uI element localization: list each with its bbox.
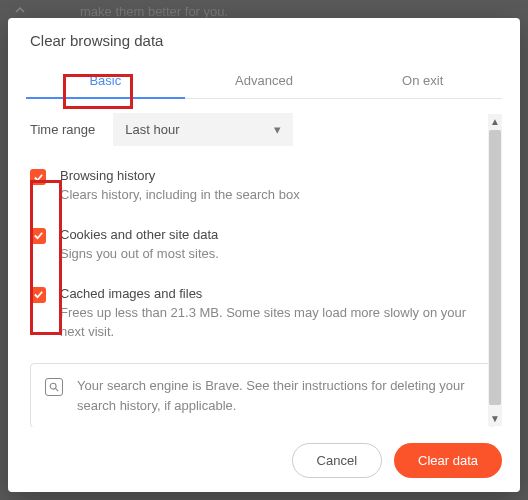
tab-advanced[interactable]: Advanced	[185, 63, 344, 98]
background-text: make them better for you.	[80, 4, 228, 19]
chevron-down-icon: ▾	[274, 122, 281, 137]
search-icon	[45, 378, 63, 396]
cancel-button[interactable]: Cancel	[292, 443, 382, 478]
checkbox-cached[interactable]	[30, 287, 46, 303]
clear-browsing-data-dialog: Clear browsing data Basic Advanced On ex…	[8, 18, 520, 492]
scroll-up-icon[interactable]: ▲	[490, 114, 500, 129]
checkbox-browsing-history[interactable]	[30, 169, 46, 185]
info-text: Your search engine is Brave. See their i…	[77, 376, 479, 415]
item-title: Cached images and files	[60, 286, 494, 301]
scrollbar[interactable]: ▲ ▼	[488, 114, 502, 426]
scroll-down-icon[interactable]: ▼	[490, 411, 500, 426]
time-range-select[interactable]: Last hour ▾	[113, 113, 293, 146]
list-item: Cookies and other site data Signs you ou…	[30, 227, 494, 264]
checkbox-cookies[interactable]	[30, 228, 46, 244]
clear-data-button[interactable]: Clear data	[394, 443, 502, 478]
item-title: Cookies and other site data	[60, 227, 494, 242]
tab-on-exit[interactable]: On exit	[343, 63, 502, 98]
svg-line-1	[56, 389, 59, 392]
time-range-label: Time range	[30, 122, 95, 137]
dialog-content: Time range Last hour ▾ Browsing history …	[26, 113, 502, 427]
tabs-bar: Basic Advanced On exit	[26, 63, 502, 99]
list-item: Browsing history Clears history, includi…	[30, 168, 494, 205]
dialog-title: Clear browsing data	[30, 32, 502, 49]
time-range-value: Last hour	[125, 122, 179, 137]
item-desc: Clears history, including in the search …	[60, 186, 494, 205]
svg-point-0	[50, 384, 56, 390]
item-title: Browsing history	[60, 168, 494, 183]
info-box: Your search engine is Brave. See their i…	[30, 363, 494, 427]
list-item: Cached images and files Frees up less th…	[30, 286, 494, 342]
time-range-row: Time range Last hour ▾	[30, 113, 494, 146]
item-desc: Signs you out of most sites.	[60, 245, 494, 264]
scroll-thumb[interactable]	[489, 130, 501, 405]
tab-basic[interactable]: Basic	[26, 63, 185, 98]
item-desc: Frees up less than 21.3 MB. Some sites m…	[60, 304, 494, 342]
dialog-footer: Cancel Clear data	[26, 427, 502, 478]
